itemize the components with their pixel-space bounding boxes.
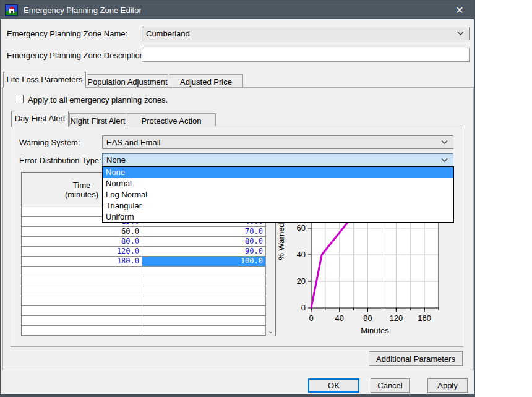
- zone-name-combobox[interactable]: Cumberland: [142, 27, 470, 40]
- selected-cell: 100.0: [142, 257, 265, 267]
- warning-system-label: Warning System:: [19, 138, 80, 147]
- table-row[interactable]: 180.0100.0: [22, 257, 265, 267]
- zone-desc-input[interactable]: [142, 48, 470, 62]
- svg-text:160: 160: [418, 314, 431, 323]
- svg-text:0: 0: [301, 303, 306, 312]
- dropdown-option-triangular[interactable]: Triangular: [103, 200, 453, 211]
- ok-button[interactable]: OK: [308, 378, 359, 393]
- window-title: Emergency Planning Zone Editor: [24, 6, 142, 15]
- svg-text:Minutes: Minutes: [361, 326, 389, 335]
- svg-text:% Warned: % Warned: [277, 223, 286, 260]
- additional-parameters-button[interactable]: Additional Parameters: [369, 351, 463, 366]
- cancel-button[interactable]: Cancel: [371, 378, 410, 393]
- error-distribution-combobox[interactable]: None: [102, 153, 453, 166]
- dropdown-option-log-normal[interactable]: Log Normal: [103, 189, 453, 200]
- table-row[interactable]: [22, 286, 265, 296]
- table-row[interactable]: 80.080.0: [22, 237, 265, 247]
- apply-all-zones-checkbox[interactable]: [15, 95, 24, 103]
- dropdown-option-uniform[interactable]: Uniform: [103, 211, 453, 223]
- svg-text:40: 40: [297, 250, 306, 259]
- table-row[interactable]: 60.070.0: [22, 227, 265, 237]
- table-row[interactable]: [22, 306, 265, 316]
- zone-name-value: Cumberland: [146, 29, 190, 38]
- apply-all-zones-label: Apply to all emergency planning zones.: [28, 95, 168, 105]
- table-row[interactable]: [22, 276, 265, 286]
- svg-text:40: 40: [335, 314, 344, 323]
- chevron-down-icon: [441, 158, 448, 162]
- warning-system-combobox[interactable]: EAS and Email: [102, 135, 453, 149]
- error-distribution-label: Error Distribution Type:: [19, 156, 101, 165]
- svg-text:120: 120: [389, 314, 403, 323]
- tab-night-first-alert[interactable]: Night First Alert: [69, 113, 126, 127]
- tab-protective-action-initiation[interactable]: Protective Action Initiation: [127, 113, 216, 127]
- tab-adjusted-price-index[interactable]: Adjusted Price Index: [169, 74, 243, 88]
- svg-text:60: 60: [297, 223, 306, 233]
- tab-life-loss-parameters[interactable]: Life Loss Parameters: [3, 72, 86, 88]
- epz-editor-dialog: Emergency Planning Zone Editor ✕ Emergen…: [0, 0, 475, 397]
- table-row[interactable]: [22, 267, 265, 276]
- table-row[interactable]: [22, 296, 265, 306]
- tab-day-first-alert[interactable]: Day First Alert: [11, 111, 69, 127]
- tab-population-adjustment[interactable]: Population Adjustment: [87, 74, 168, 88]
- app-icon: [5, 4, 18, 16]
- table-row[interactable]: [22, 326, 265, 336]
- table-row[interactable]: 120.090.0: [22, 247, 265, 257]
- error-distribution-value: None: [106, 155, 126, 164]
- table-row[interactable]: [22, 316, 265, 326]
- svg-text:20: 20: [297, 276, 306, 286]
- svg-text:80: 80: [363, 314, 372, 323]
- close-icon[interactable]: ✕: [449, 1, 470, 19]
- chevron-down-icon: [441, 140, 448, 145]
- zone-name-label: Emergency Planning Zone Name:: [7, 29, 127, 38]
- warning-system-value: EAS and Email: [106, 138, 160, 147]
- apply-button[interactable]: Apply: [427, 378, 468, 393]
- title-bar[interactable]: Emergency Planning Zone Editor ✕: [1, 1, 474, 19]
- zone-desc-label: Emergency Planning Zone Description:: [7, 51, 146, 60]
- chevron-down-icon: [457, 32, 464, 36]
- error-distribution-dropdown[interactable]: None Normal Log Normal Triangular Unifor…: [102, 166, 454, 223]
- dropdown-option-none[interactable]: None: [103, 167, 453, 178]
- svg-text:0: 0: [309, 314, 313, 323]
- dropdown-option-normal[interactable]: Normal: [103, 178, 453, 189]
